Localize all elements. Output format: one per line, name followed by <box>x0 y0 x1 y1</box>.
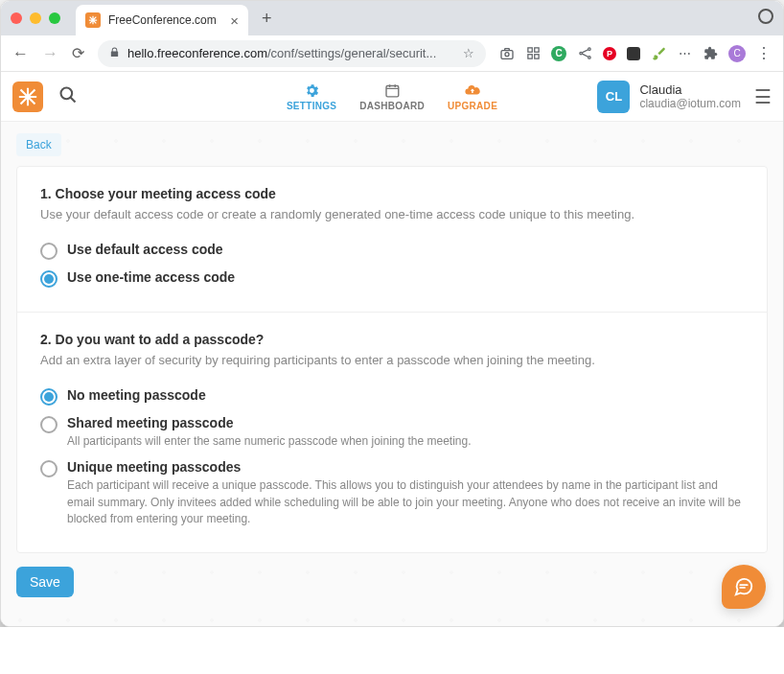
back-nav-icon[interactable]: ← <box>12 44 29 63</box>
passcode-section: 2. Do you want to add a passcode? Add an… <box>17 312 767 552</box>
tab-title: FreeConference.com <box>108 13 217 27</box>
grid-extension-icon[interactable] <box>525 46 541 61</box>
window-controls <box>11 12 60 24</box>
section-description: Add an extra layer of security by requir… <box>40 353 744 367</box>
radio-label: No meeting passcode <box>67 387 744 403</box>
radio-icon <box>40 270 58 288</box>
cloud-upload-icon <box>464 81 481 99</box>
app-header: SETTINGS DASHBOARD UPGRADE CL Claudia cl… <box>1 72 783 122</box>
svg-rect-5 <box>534 55 538 58</box>
profile-avatar-icon[interactable]: C <box>728 45 746 62</box>
extension-icon-dark[interactable] <box>627 47 640 60</box>
reload-icon[interactable]: ⟳ <box>72 44 84 62</box>
lock-icon <box>109 46 120 61</box>
forward-nav-icon: → <box>42 44 58 63</box>
url-text: hello.freeconference.com/conf/settings/g… <box>127 46 436 60</box>
radio-label: Unique meeting passcodes <box>67 459 744 475</box>
gear-icon <box>304 81 320 99</box>
back-button[interactable]: Back <box>16 133 61 156</box>
nav-settings[interactable]: SETTINGS <box>277 78 346 115</box>
brush-extension-icon[interactable] <box>651 46 666 61</box>
save-button[interactable]: Save <box>16 567 74 597</box>
search-button[interactable] <box>58 85 78 108</box>
pinterest-extension-icon[interactable]: P <box>603 47 616 60</box>
radio-shared-passcode[interactable]: Shared meeting passcode All participants… <box>40 410 744 454</box>
section-title: 1. Choose your meeting access code <box>40 186 744 201</box>
browser-tab-bar: FreeConference.com × + <box>1 1 783 35</box>
svg-point-1 <box>505 52 509 56</box>
nav-dashboard[interactable]: DASHBOARD <box>350 78 434 115</box>
access-code-section: 1. Choose your meeting access code Use y… <box>17 167 767 312</box>
svg-point-6 <box>579 52 582 55</box>
svg-point-9 <box>61 87 73 99</box>
browser-menu-icon[interactable]: ⋮ <box>756 46 772 61</box>
chat-fab-button[interactable] <box>722 565 766 609</box>
section-title: 2. Do you want to add a passcode? <box>40 332 744 347</box>
svg-point-8 <box>588 57 590 59</box>
maximize-window-button[interactable] <box>49 12 60 24</box>
radio-icon <box>40 460 58 477</box>
browser-tab[interactable]: FreeConference.com × <box>76 5 248 35</box>
radio-label: Shared meeting passcode <box>67 415 744 430</box>
svg-rect-2 <box>527 48 531 52</box>
share-extension-icon[interactable] <box>577 46 592 61</box>
page-body: Back 1. Choose your meeting access code … <box>1 122 783 626</box>
tab-close-icon[interactable]: × <box>230 13 239 28</box>
more-extensions-icon[interactable]: ⋯ <box>677 46 692 61</box>
svg-rect-3 <box>534 48 538 52</box>
extension-icons: C P ⋯ C ⋮ <box>499 45 772 62</box>
radio-label: Use one-time access code <box>67 269 744 285</box>
radio-icon <box>40 388 58 406</box>
extension-icon[interactable]: C <box>551 46 566 61</box>
radio-default-access-code[interactable]: Use default access code <box>40 237 744 265</box>
svg-point-7 <box>588 48 590 51</box>
radio-no-passcode[interactable]: No meeting passcode <box>40 383 744 410</box>
radio-icon <box>40 416 58 433</box>
calendar-icon <box>384 81 401 99</box>
hamburger-menu-icon[interactable]: ☰ <box>754 85 772 108</box>
svg-rect-4 <box>527 55 531 58</box>
radio-label: Use default access code <box>67 242 744 257</box>
user-menu[interactable]: CL Claudia claudia@iotum.com <box>597 81 741 113</box>
extensions-menu-icon[interactable] <box>703 46 718 61</box>
radio-icon <box>40 243 58 260</box>
user-avatar: CL <box>597 81 630 113</box>
settings-card: 1. Choose your meeting access code Use y… <box>16 166 768 553</box>
bookmark-star-icon[interactable]: ☆ <box>463 46 474 60</box>
nav-settings-label: SETTINGS <box>287 101 336 111</box>
address-bar[interactable]: hello.freeconference.com/conf/settings/g… <box>98 40 486 67</box>
new-tab-button[interactable]: + <box>256 9 278 29</box>
user-name: Claudia <box>639 82 741 97</box>
radio-description: All participants will enter the same num… <box>67 433 744 450</box>
nav-upgrade[interactable]: UPGRADE <box>438 78 507 115</box>
user-email: claudia@iotum.com <box>639 97 741 110</box>
nav-dashboard-label: DASHBOARD <box>359 101 425 111</box>
browser-window: FreeConference.com × + ← → ⟳ hello.freec… <box>0 0 784 627</box>
svg-rect-0 <box>501 50 513 58</box>
radio-onetime-access-code[interactable]: Use one-time access code <box>40 265 744 292</box>
app-logo-icon[interactable] <box>12 81 43 112</box>
browser-toolbar: ← → ⟳ hello.freeconference.com/conf/sett… <box>1 35 783 72</box>
minimize-window-button[interactable] <box>30 12 41 24</box>
tab-overflow[interactable] <box>758 9 773 28</box>
camera-extension-icon[interactable] <box>499 46 515 61</box>
section-description: Use your default access code or create a… <box>40 207 744 221</box>
nav-upgrade-label: UPGRADE <box>448 101 497 111</box>
tab-favicon-icon <box>85 12 101 28</box>
svg-rect-10 <box>386 85 399 96</box>
close-window-button[interactable] <box>11 12 22 24</box>
radio-unique-passcodes[interactable]: Unique meeting passcodes Each participan… <box>40 454 744 532</box>
radio-description: Each participant will receive a unique p… <box>67 477 744 527</box>
